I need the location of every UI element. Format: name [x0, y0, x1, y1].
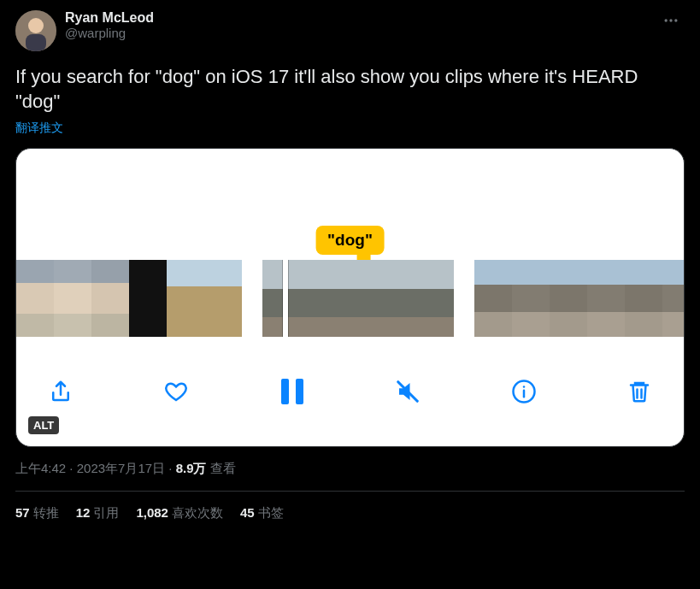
tweet-stats: 57转推 12引用 1,082喜欢次数 45书签 [15, 492, 685, 535]
media-controls [16, 337, 684, 446]
heart-icon[interactable] [161, 376, 191, 407]
more-button[interactable] [657, 10, 685, 34]
author-display-name[interactable]: Ryan McLeod [65, 10, 657, 26]
tweet-header: Ryan McLeod @warpling [15, 10, 685, 51]
author-block: Ryan McLeod @warpling [65, 10, 657, 40]
svg-point-5 [674, 19, 677, 21]
info-icon[interactable] [509, 376, 539, 407]
svg-rect-2 [26, 34, 46, 51]
avatar[interactable] [15, 10, 56, 51]
caption-bubble: "dog" [315, 226, 385, 255]
video-timeline-strip[interactable] [16, 260, 684, 337]
tweet-date[interactable]: 2023年7月17日 [77, 461, 165, 475]
playhead[interactable] [283, 260, 288, 337]
views-count: 8.9万 [176, 461, 207, 475]
tweet-text: If you search for "dog" on iOS 17 it'll … [15, 65, 685, 114]
author-handle[interactable]: @warpling [65, 26, 657, 40]
translate-link[interactable]: 翻译推文 [15, 121, 685, 136]
clip-group-2-active [262, 260, 454, 337]
clip-group-1 [16, 260, 242, 337]
pause-icon[interactable] [277, 376, 308, 407]
tweet-time[interactable]: 上午4:42 [15, 461, 66, 475]
media-attachment[interactable]: "dog" [15, 148, 685, 447]
quotes-stat[interactable]: 12引用 [76, 505, 120, 521]
svg-point-9 [522, 386, 525, 388]
bookmarks-stat[interactable]: 45书签 [240, 505, 284, 521]
likes-stat[interactable]: 1,082喜欢次数 [136, 505, 223, 521]
alt-badge[interactable]: ALT [28, 416, 59, 434]
tweet-meta: 上午4:42 · 2023年7月17日 · 8.9万 查看 [15, 461, 685, 477]
tweet-container: Ryan McLeod @warpling If you search for … [0, 0, 700, 535]
share-icon[interactable] [45, 376, 76, 407]
svg-point-1 [28, 18, 44, 33]
mute-icon[interactable] [392, 376, 423, 407]
retweets-stat[interactable]: 57转推 [15, 505, 59, 521]
clip-group-3 [474, 260, 684, 337]
svg-point-3 [665, 19, 668, 21]
trash-icon[interactable] [624, 376, 655, 407]
media-top-area: "dog" [16, 149, 684, 260]
views-label: 查看 [207, 461, 236, 475]
svg-point-4 [669, 19, 672, 21]
